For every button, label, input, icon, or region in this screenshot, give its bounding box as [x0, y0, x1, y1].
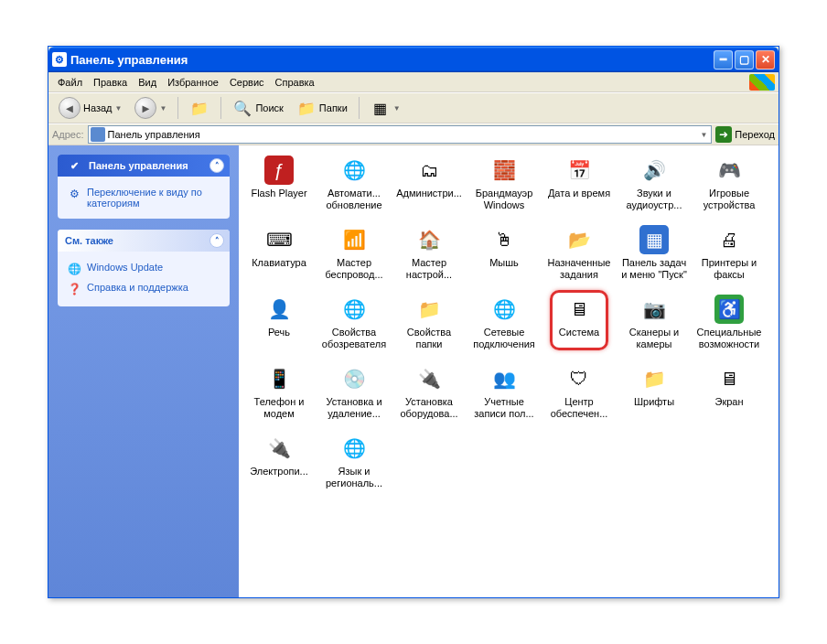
cpl-item-power[interactable]: 🔌Электропи...	[242, 431, 316, 500]
toolbar: ◄ Назад ▼ ► ▼ 📁 🔍 Поиск 📁 Папки	[48, 92, 779, 123]
cpl-item-access[interactable]: ♿Специальные возможности	[693, 292, 766, 361]
cpl-item-regional[interactable]: 🌐Язык и региональ...	[317, 431, 391, 500]
cpl-item-keyboard[interactable]: ⌨Клавиатура	[242, 222, 316, 292]
window-title: Панель управления	[70, 53, 714, 67]
item-label: Клавиатура	[252, 257, 306, 269]
regional-icon: 🌐	[338, 433, 370, 464]
menu-view[interactable]: Вид	[133, 75, 162, 90]
cpl-item-phone[interactable]: 📱Телефон и модем	[242, 361, 316, 431]
cpl-item-folderopt[interactable]: 📁Свойства папки	[392, 292, 466, 361]
cpl-item-tasks[interactable]: 📂Назначенные задания	[542, 222, 616, 292]
menu-file[interactable]: Файл	[52, 75, 88, 90]
cpl-item-datetime[interactable]: 📅Дата и время	[542, 153, 616, 222]
item-label: Специальные возможности	[694, 327, 764, 349]
sidebar-panel-seealso: См. также ˄ 🌐 Windows Update ❓ Справка и…	[58, 230, 230, 306]
back-arrow-icon: ◄	[59, 97, 81, 119]
cpl-item-taskbar[interactable]: ▦Панель задач и меню "Пуск"	[618, 222, 691, 292]
cpl-item-speech[interactable]: 👤Речь	[242, 292, 316, 361]
maximize-button[interactable]: ▢	[735, 50, 754, 70]
titlebar[interactable]: ⚙ Панель управления ━ ▢ ✕	[48, 47, 779, 72]
cpl-item-networkwiz[interactable]: 🏠Мастер настрой...	[392, 222, 466, 292]
cpl-item-autoupdate[interactable]: 🌐Автомати... обновление	[317, 153, 391, 222]
folderopt-icon: 📁	[414, 294, 445, 325]
item-label: Система	[559, 327, 599, 338]
item-label: Телефон и модем	[244, 396, 314, 419]
menu-tools[interactable]: Сервис	[224, 75, 270, 90]
menu-help[interactable]: Справка	[270, 75, 320, 90]
item-label: Центр обеспечен...	[544, 396, 614, 419]
menu-favorites[interactable]: Избранное	[162, 75, 224, 90]
cpl-item-wireless[interactable]: 📶Мастер беспровод...	[317, 222, 391, 292]
minimize-button[interactable]: ━	[714, 50, 733, 70]
forward-dropdown-icon[interactable]: ▼	[159, 104, 166, 113]
item-label: Дата и время	[548, 188, 610, 199]
item-label: Брандмауэр Windows	[469, 188, 539, 210]
cpl-item-display[interactable]: 🖥Экран	[693, 361, 766, 431]
collapse-icon[interactable]: ˄	[209, 233, 224, 248]
cpl-item-firewall[interactable]: 🧱Брандмауэр Windows	[467, 153, 541, 222]
cpl-item-gamectrl[interactable]: 🎮Игровые устройства	[693, 153, 766, 222]
globe-icon: 🌐	[67, 262, 81, 276]
cpl-item-inetopt[interactable]: 🌐Свойства обозревателя	[317, 292, 391, 361]
cpl-item-system[interactable]: 🖥Система	[542, 292, 616, 361]
cpl-item-fonts[interactable]: 📁Шрифты	[618, 361, 691, 431]
address-field[interactable]: Панель управления ▼	[88, 125, 713, 144]
phone-icon: 📱	[263, 363, 295, 394]
address-bar: Адрес: Панель управления ▼ ➜ Переход	[48, 123, 779, 145]
cpl-item-mouse[interactable]: 🖱Мышь	[467, 222, 541, 292]
window-icon: ⚙	[52, 52, 67, 67]
security-icon: 🛡	[564, 363, 595, 394]
collapse-icon[interactable]: ˄	[209, 158, 224, 173]
cpl-item-printers[interactable]: 🖨Принтеры и факсы	[693, 222, 766, 292]
item-label: Принтеры и факсы	[694, 257, 764, 280]
datetime-icon: 📅	[564, 155, 595, 186]
cpl-item-netconn[interactable]: 🌐Сетевые подключения	[467, 292, 541, 361]
link-windows-update[interactable]: 🌐 Windows Update	[67, 259, 220, 279]
close-button[interactable]: ✕	[756, 50, 775, 70]
views-button[interactable]: ▦ ▼	[366, 96, 405, 120]
item-label: Учетные записи пол...	[469, 396, 539, 419]
link-help-support[interactable]: ❓ Справка и поддержка	[67, 279, 220, 299]
display-icon: 🖥	[714, 363, 745, 394]
views-icon: ▦	[371, 98, 391, 118]
go-button[interactable]: ➜ Переход	[715, 126, 775, 143]
views-dropdown-icon[interactable]: ▼	[393, 104, 401, 113]
address-value: Панель управления	[108, 129, 696, 140]
item-label: Мастер настрой...	[394, 257, 464, 280]
scanners-icon: 📷	[639, 294, 670, 325]
folders-button[interactable]: 📁 Папки	[292, 96, 352, 120]
forward-arrow-icon: ►	[134, 97, 156, 119]
cpl-item-addremove[interactable]: 💿Установка и удаление...	[317, 361, 391, 431]
power-icon: 🔌	[263, 433, 295, 464]
menubar: Файл Правка Вид Избранное Сервис Справка	[48, 72, 779, 92]
item-label: Речь	[268, 327, 290, 338]
cpl-item-addhw[interactable]: 🔌Установка оборудова...	[392, 361, 466, 431]
sounds-icon: 🔊	[639, 155, 670, 186]
users-icon: 👥	[489, 363, 520, 394]
go-arrow-icon: ➜	[715, 126, 732, 143]
search-button[interactable]: 🔍 Поиск	[228, 96, 287, 120]
cpl-item-flash[interactable]: ƒFlash Player	[242, 153, 316, 222]
firewall-icon: 🧱	[489, 155, 520, 186]
panel-head-seealso[interactable]: См. также ˄	[58, 230, 230, 252]
tasks-icon: 📂	[564, 224, 595, 255]
item-label: Мышь	[489, 257, 519, 269]
menu-edit[interactable]: Правка	[88, 75, 133, 90]
item-label: Панель задач и меню "Пуск"	[619, 257, 689, 280]
panel-head-control[interactable]: ✔ Панель управления ˄	[58, 155, 230, 177]
sidebar: ✔ Панель управления ˄ ⚙ Переключение к в…	[48, 145, 239, 597]
item-label: Установка оборудова...	[394, 396, 464, 419]
up-button[interactable]: 📁	[185, 96, 214, 120]
back-button[interactable]: ◄ Назад ▼	[54, 95, 126, 121]
cpl-item-admin[interactable]: 🗂Администри...	[392, 153, 466, 222]
address-dropdown-icon[interactable]: ▼	[698, 131, 709, 139]
forward-button[interactable]: ► ▼	[130, 95, 171, 121]
back-dropdown-icon[interactable]: ▼	[115, 104, 123, 113]
link-category-view[interactable]: ⚙ Переключение к виду по категориям	[67, 184, 220, 211]
mouse-icon: 🖱	[489, 224, 520, 255]
cpl-item-sounds[interactable]: 🔊Звуки и аудиоустр...	[618, 153, 691, 222]
cpl-item-security[interactable]: 🛡Центр обеспечен...	[542, 361, 616, 431]
cpl-item-scanners[interactable]: 📷Сканеры и камеры	[618, 292, 691, 361]
cpl-item-users[interactable]: 👥Учетные записи пол...	[467, 361, 541, 431]
item-label: Назначенные задания	[544, 257, 614, 280]
